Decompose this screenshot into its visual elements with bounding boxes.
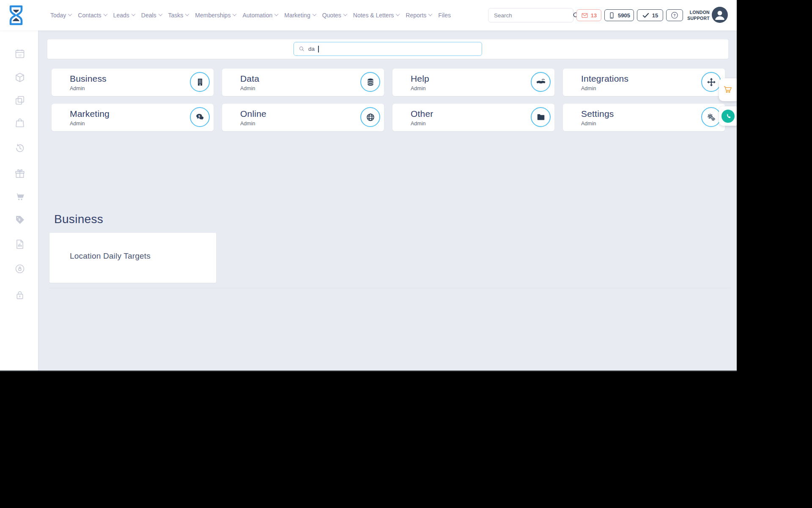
- result-item-label: Location Daily Targets: [70, 251, 151, 261]
- call-support-button[interactable]: [719, 106, 737, 126]
- admin-search-value: da: [308, 46, 315, 52]
- card-marketing[interactable]: Marketing Admin $: [52, 104, 214, 131]
- chevron-down-icon: [185, 12, 189, 16]
- user-name[interactable]: LONDON SUPPORT: [682, 9, 710, 21]
- card-business[interactable]: Business Admin: [52, 69, 214, 96]
- messages-count: 13: [591, 12, 597, 19]
- nav-contacts[interactable]: Contacts: [78, 12, 107, 19]
- left-sidebar: 12: [0, 30, 38, 371]
- card-subtitle: Admin: [240, 121, 255, 127]
- tasks-badge[interactable]: 15: [637, 9, 663, 21]
- nav-label: Leads: [113, 12, 129, 19]
- report-document-icon[interactable]: [14, 239, 25, 250]
- chevron-down-icon: [158, 12, 162, 16]
- card-settings[interactable]: Settings Admin: [563, 104, 725, 131]
- price-tag-icon[interactable]: $: [14, 215, 25, 226]
- building-icon: [190, 72, 210, 92]
- global-search-input[interactable]: [488, 8, 572, 22]
- card-title: Business: [70, 74, 107, 84]
- cart-icon[interactable]: [14, 191, 25, 202]
- card-title: Other: [411, 109, 433, 119]
- chevron-down-icon: [428, 12, 433, 16]
- nav-deals[interactable]: Deals: [141, 12, 162, 19]
- nav-label: Marketing: [284, 12, 310, 19]
- chat-dollar-icon: $: [190, 107, 210, 127]
- chevron-down-icon: [131, 12, 135, 16]
- card-integrations[interactable]: Integrations Admin: [563, 69, 725, 96]
- card-online[interactable]: Online Admin: [222, 104, 384, 131]
- card-subtitle: Admin: [70, 86, 85, 91]
- chevron-down-icon: [68, 12, 72, 16]
- messages-badge[interactable]: 13: [576, 9, 601, 21]
- svg-text:?: ?: [673, 13, 675, 17]
- envelope-icon: [581, 12, 588, 19]
- nav-files[interactable]: Files: [438, 12, 451, 19]
- nav-quotes[interactable]: Quotes: [322, 12, 347, 19]
- card-subtitle: Admin: [70, 121, 85, 127]
- result-item-location-daily-targets[interactable]: Location Daily Targets: [49, 233, 216, 283]
- card-subtitle: Admin: [581, 121, 596, 127]
- nav-reports[interactable]: Reports: [406, 12, 432, 19]
- nav-automation[interactable]: Automation: [242, 12, 278, 19]
- app-logo-hourglass-icon[interactable]: [8, 5, 25, 26]
- results-section-title: Business: [54, 213, 103, 226]
- history-icon[interactable]: [14, 143, 25, 154]
- question-mark-icon: ?: [670, 11, 679, 19]
- global-search: [488, 8, 573, 22]
- chevron-down-icon: [274, 12, 279, 16]
- move-arrows-icon: [701, 72, 721, 92]
- text-cursor: [318, 46, 319, 52]
- nav-label: Tasks: [168, 12, 184, 19]
- search-icon: [299, 46, 305, 52]
- product-cube-icon[interactable]: [14, 72, 25, 83]
- nav-label: Today: [50, 12, 66, 19]
- checkmark-icon: [642, 11, 650, 19]
- folder-icon: [531, 107, 551, 127]
- chevron-down-icon: [103, 12, 107, 16]
- nav-today[interactable]: Today: [50, 12, 71, 19]
- session-lock-icon[interactable]: [14, 263, 25, 274]
- padlock-icon[interactable]: [14, 290, 25, 301]
- chevron-down-icon: [233, 12, 237, 16]
- nav-notes-letters[interactable]: Notes & Letters: [353, 12, 400, 19]
- top-header: Today Contacts Leads Deals Tasks Members…: [0, 0, 737, 30]
- nav-leads[interactable]: Leads: [113, 12, 135, 19]
- chevron-down-icon: [396, 12, 400, 16]
- phone-badge[interactable]: 5905: [604, 9, 634, 21]
- gift-icon[interactable]: [14, 168, 25, 179]
- card-subtitle: Admin: [240, 86, 255, 91]
- phone-number: 5905: [618, 12, 630, 19]
- gears-icon: [701, 107, 721, 127]
- card-title: Help: [411, 74, 429, 84]
- user-avatar[interactable]: [712, 7, 728, 23]
- help-button[interactable]: ?: [666, 9, 683, 21]
- user-name-line1: LONDON: [682, 9, 710, 15]
- calendar-icon[interactable]: 12: [14, 48, 25, 59]
- card-subtitle: Admin: [581, 86, 596, 91]
- card-title: Integrations: [581, 74, 628, 84]
- nav-label: Notes & Letters: [353, 12, 394, 19]
- admin-search-container: da: [47, 39, 728, 59]
- nav-marketing[interactable]: Marketing: [284, 12, 315, 19]
- card-help[interactable]: Help Admin: [392, 69, 554, 96]
- nav-tasks[interactable]: Tasks: [168, 12, 189, 19]
- store-cart-button[interactable]: [719, 78, 737, 101]
- admin-search-input[interactable]: da: [294, 42, 482, 56]
- nav-label: Contacts: [78, 12, 101, 19]
- svg-text:$: $: [198, 114, 200, 118]
- card-other[interactable]: Other Admin: [392, 104, 554, 131]
- app-window: Today Contacts Leads Deals Tasks Members…: [0, 0, 737, 371]
- nav-label: Memberships: [195, 12, 230, 19]
- svg-text:12: 12: [18, 54, 22, 57]
- person-icon: [712, 7, 728, 23]
- card-data[interactable]: Data Admin: [222, 69, 384, 96]
- card-title: Data: [240, 74, 259, 84]
- user-name-line2: SUPPORT: [682, 15, 710, 21]
- main-nav: Today Contacts Leads Deals Tasks Members…: [50, 0, 451, 30]
- duplicate-icon[interactable]: [14, 95, 25, 106]
- card-subtitle: Admin: [411, 86, 425, 91]
- nav-memberships[interactable]: Memberships: [195, 12, 236, 19]
- chevron-down-icon: [312, 12, 316, 16]
- shopping-bag-icon[interactable]: [14, 117, 25, 128]
- nav-label: Reports: [406, 12, 426, 19]
